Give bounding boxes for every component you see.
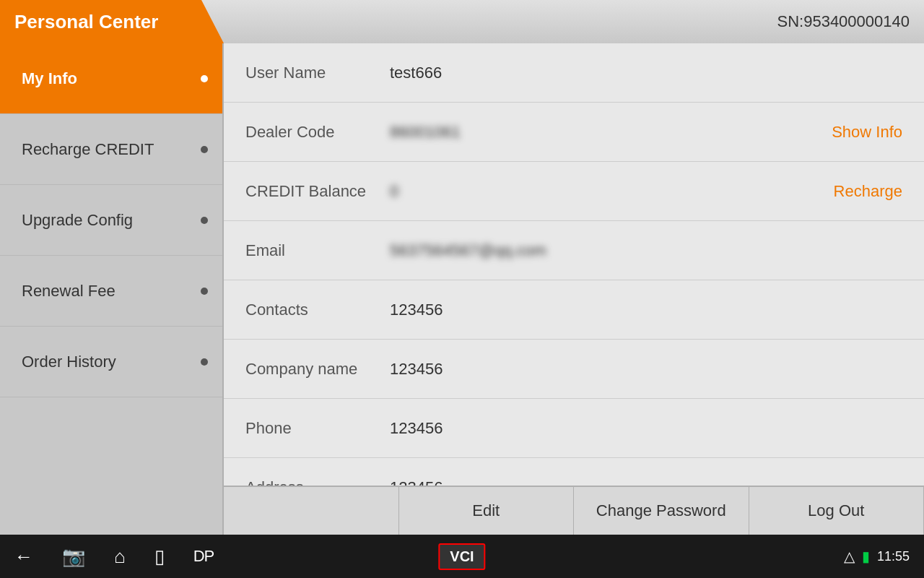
edit-button[interactable]: Edit	[399, 487, 575, 535]
info-row-address: Address 123456	[224, 458, 924, 486]
info-rows: User Name test666 Dealer Code 86001061 S…	[224, 43, 924, 486]
info-row-phone: Phone 123456	[224, 399, 924, 458]
header-title-bg: Personal Center	[0, 0, 224, 43]
sidebar-item-label: Recharge CREDIT	[22, 140, 154, 159]
info-row-contacts: Contacts 123456	[224, 280, 924, 340]
username-label: User Name	[245, 64, 390, 82]
username-value: test666	[390, 64, 442, 82]
company-name-value: 123456	[390, 360, 443, 379]
credit-balance-label: CREDIT Balance	[245, 182, 390, 201]
taskbar-center: VCI	[438, 543, 485, 570]
taskbar-right: △ ▮ 11:55	[844, 548, 910, 565]
sidebar-dot	[201, 217, 208, 224]
recharge-link[interactable]: Recharge	[834, 182, 902, 201]
sidebar-item-label: Renewal Fee	[22, 282, 116, 301]
phone-value: 123456	[390, 419, 443, 438]
btn-spacer	[224, 487, 399, 535]
sidebar-dot	[201, 288, 208, 295]
credit-balance-value: 0	[390, 182, 398, 201]
sidebar-item-renewal-fee[interactable]: Renewal Fee	[0, 256, 222, 327]
main-layout: My Info Recharge CREDIT Upgrade Config R…	[0, 43, 924, 535]
header: Personal Center SN:953400000140	[0, 0, 924, 43]
change-password-button[interactable]: Change Password	[574, 487, 749, 535]
sidebar-dot	[201, 75, 208, 82]
show-info-link[interactable]: Show Info	[832, 123, 902, 142]
address-value: 123456	[390, 478, 443, 486]
dp-icon[interactable]: DP	[193, 547, 214, 566]
vci-button[interactable]: VCI	[438, 543, 485, 570]
serial-number: SN:953400000140	[777, 12, 910, 31]
contacts-value: 123456	[390, 301, 443, 319]
info-row-username: User Name test666	[224, 43, 924, 103]
sidebar-dot	[201, 146, 208, 153]
info-row-company-name: Company name 123456	[224, 340, 924, 399]
battery-icon: ▮	[862, 548, 870, 565]
app-title: Personal Center	[14, 11, 158, 33]
phone-label: Phone	[245, 419, 390, 438]
sidebar-item-label: Order History	[22, 353, 116, 371]
back-icon[interactable]: ←	[14, 545, 33, 568]
dealer-code-label: Dealer Code	[245, 123, 390, 142]
content-area: User Name test666 Dealer Code 86001061 S…	[224, 43, 924, 535]
camera-icon[interactable]: 📷	[62, 545, 85, 568]
address-label: Address	[245, 478, 390, 486]
info-row-credit-balance: CREDIT Balance 0 Recharge	[224, 162, 924, 221]
taskbar-left: ← 📷 ⌂ ▯ DP	[14, 545, 214, 568]
dealer-code-value: 86001061	[390, 123, 461, 142]
sidebar-dot	[201, 358, 208, 366]
sidebar: My Info Recharge CREDIT Upgrade Config R…	[0, 43, 224, 535]
bottom-buttons: Edit Change Password Log Out	[224, 486, 924, 535]
taskbar: ← 📷 ⌂ ▯ DP VCI △ ▮ 11:55	[0, 535, 924, 578]
sidebar-item-recharge-credit[interactable]: Recharge CREDIT	[0, 114, 222, 185]
info-row-dealer-code: Dealer Code 86001061 Show Info	[224, 103, 924, 162]
clock-display: 11:55	[877, 549, 910, 564]
email-label: Email	[245, 241, 390, 260]
contacts-label: Contacts	[245, 301, 390, 319]
wifi-icon: △	[844, 548, 855, 565]
sidebar-item-label: My Info	[22, 69, 77, 88]
sidebar-item-label: Upgrade Config	[22, 211, 133, 230]
email-value: 5637564567@qq.com	[390, 241, 546, 260]
log-out-button[interactable]: Log Out	[749, 487, 925, 535]
home-icon[interactable]: ⌂	[114, 545, 126, 568]
company-name-label: Company name	[245, 360, 390, 379]
sidebar-item-upgrade-config[interactable]: Upgrade Config	[0, 185, 222, 256]
pages-icon[interactable]: ▯	[154, 545, 165, 568]
sidebar-item-order-history[interactable]: Order History	[0, 327, 222, 397]
info-row-email: Email 5637564567@qq.com	[224, 221, 924, 280]
sidebar-item-my-info[interactable]: My Info	[0, 43, 222, 114]
